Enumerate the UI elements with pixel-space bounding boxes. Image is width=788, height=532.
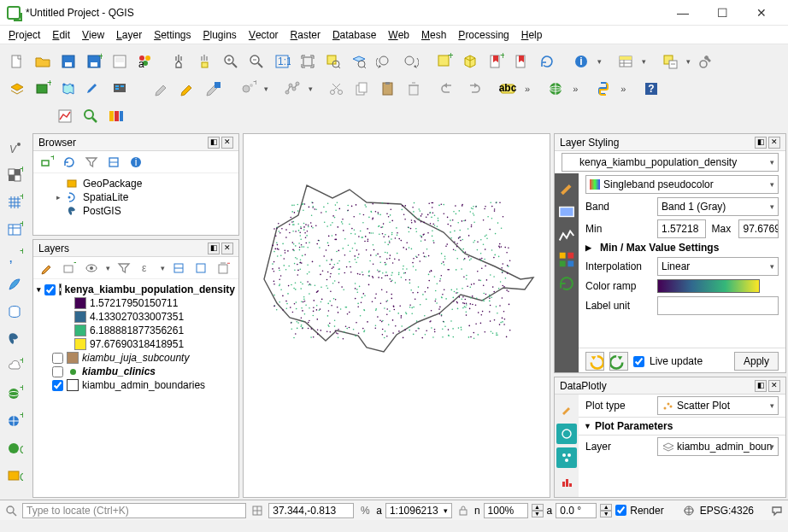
raster-class[interactable]: 6.188881877356261 xyxy=(37,324,235,337)
menu-settings[interactable]: Settings xyxy=(154,29,191,41)
open-data-source-button[interactable] xyxy=(5,77,29,101)
web-button[interactable] xyxy=(544,77,567,101)
layer-kenya_kiambu_population_density[interactable]: ▾ kenya_kiambu_population_density xyxy=(37,283,235,296)
save-project-as-button[interactable]: + xyxy=(82,50,106,73)
copy-features-button[interactable] xyxy=(350,77,374,101)
menu-view[interactable]: View xyxy=(82,29,104,41)
layer-kiambu_admin_boundaries[interactable]: kiambu_admin_boundaries xyxy=(37,378,235,392)
vertex-tool-button[interactable] xyxy=(280,77,304,101)
layer-styling-close-button[interactable]: ✕ xyxy=(768,137,780,149)
menu-help[interactable]: Help xyxy=(521,29,543,41)
toolbar-overflow-button[interactable]: » xyxy=(521,84,533,94)
render-checkbox[interactable] xyxy=(615,505,626,516)
dropdown-arrow[interactable]: ▾ xyxy=(684,57,692,66)
raster-class[interactable]: 97.67690318418951 xyxy=(37,337,235,351)
interpolation-combo[interactable]: Linear▾ xyxy=(657,257,779,276)
add-raster-button[interactable]: + xyxy=(2,162,27,188)
stats-icon-button[interactable] xyxy=(53,104,77,128)
histogram-tab[interactable] xyxy=(557,226,576,245)
new-spatialite-button[interactable] xyxy=(82,77,106,101)
new-shapefile-button[interactable] xyxy=(56,77,80,101)
layer-visibility-checkbox[interactable] xyxy=(52,353,63,364)
pan-to-selection-button[interactable] xyxy=(193,50,217,73)
coord-toggle-button[interactable] xyxy=(250,503,265,518)
new-virtual-button[interactable] xyxy=(108,77,132,101)
dropdown-arrow[interactable]: ▾ xyxy=(639,57,648,66)
new-3d-map-button[interactable] xyxy=(458,50,482,73)
geopackage-q-button[interactable]: Q xyxy=(2,463,27,488)
magnifier-input[interactable]: 100% xyxy=(484,503,528,518)
identify-button[interactable]: i xyxy=(569,50,593,73)
layer-visibility-checkbox[interactable] xyxy=(44,284,56,295)
new-project-button[interactable] xyxy=(5,50,29,73)
menu-layer[interactable]: Layer xyxy=(116,29,142,41)
plot-parameters-header[interactable]: ▼Plot Parameters xyxy=(579,417,785,436)
layers-add-group-button[interactable]: + xyxy=(59,258,79,278)
browser-properties-button[interactable]: i xyxy=(126,152,146,172)
browser-refresh-button[interactable] xyxy=(59,152,79,172)
magnifier-spinner[interactable]: ▲▼ xyxy=(532,504,544,517)
bookmarks-button[interactable] xyxy=(509,50,533,73)
feather-button[interactable] xyxy=(2,272,27,297)
new-map-view-button[interactable]: + xyxy=(432,50,456,73)
crs-label[interactable]: EPSG:4326 xyxy=(700,505,754,517)
new-geopackage-button[interactable]: + xyxy=(31,77,55,101)
menu-plugins[interactable]: Plugins xyxy=(203,29,237,41)
menu-web[interactable]: Web xyxy=(388,29,409,41)
plot-type-combo[interactable]: Scatter Plot ▾ xyxy=(657,396,779,415)
menu-processing[interactable]: Processing xyxy=(458,29,509,41)
undo-style-button[interactable] xyxy=(585,352,604,371)
menu-vector[interactable]: Vector xyxy=(249,29,279,41)
layers-remove-button[interactable]: − xyxy=(213,258,233,278)
refresh-button[interactable] xyxy=(535,50,559,73)
layers-filter-button[interactable] xyxy=(114,258,134,278)
rendering-tab[interactable] xyxy=(557,250,576,269)
comma-button[interactable]: ,+ xyxy=(2,244,27,270)
browser-item-spatialite[interactable]: ▸SpatiaLite xyxy=(38,190,233,204)
band-combo[interactable]: Band 1 (Gray)▾ xyxy=(657,197,779,216)
layers-close-button[interactable]: ✕ xyxy=(221,243,233,254)
undo-button[interactable] xyxy=(436,77,460,101)
toolbar-overflow-button[interactable]: » xyxy=(569,84,581,94)
menu-project[interactable]: Project xyxy=(9,29,40,41)
minimize-button[interactable]: — xyxy=(663,0,703,26)
add-delimited-button[interactable]: + xyxy=(2,217,27,243)
dp-config-tab[interactable] xyxy=(556,447,577,468)
layers-style-button[interactable] xyxy=(37,258,57,278)
vector-v-button[interactable]: V xyxy=(2,135,27,161)
dropdown-arrow[interactable]: ▾ xyxy=(262,85,270,93)
live-update-checkbox[interactable] xyxy=(633,356,644,367)
zoom-full-button[interactable] xyxy=(296,50,320,73)
label-unit-input[interactable] xyxy=(657,296,779,315)
layer-visibility-checkbox[interactable] xyxy=(52,366,63,377)
browser-undock-button[interactable]: ◧ xyxy=(208,137,220,149)
browser-item-geopackage[interactable]: GeoPackage xyxy=(38,177,233,190)
dp-plot-tab[interactable] xyxy=(556,424,577,444)
layers-undock-button[interactable]: ◧ xyxy=(208,243,220,254)
zoom-last-button[interactable] xyxy=(373,50,397,73)
crs-icon[interactable] xyxy=(681,503,697,518)
zoom-selection-button[interactable] xyxy=(321,50,345,73)
browser-filter-button[interactable] xyxy=(81,152,102,172)
layer-styling-target-combo[interactable]: kenya_kiambu_population_density ▾ xyxy=(562,153,779,172)
multi-color-icon-button[interactable] xyxy=(104,104,128,128)
rotation-input[interactable]: 0.0 ° xyxy=(556,503,597,518)
zoom-next-button[interactable] xyxy=(398,50,422,73)
locator-input[interactable]: Type to locate (Ctrl+K) xyxy=(22,503,246,518)
zoom-in-button[interactable] xyxy=(219,50,243,73)
zoom-out-button[interactable] xyxy=(244,50,268,73)
layers-collapse-button[interactable] xyxy=(191,258,211,278)
cloud-plus-button[interactable]: + xyxy=(2,354,27,379)
layer-kiambu_clinics[interactable]: kiambu_clinics xyxy=(37,365,235,378)
add-mesh-button[interactable]: + xyxy=(2,190,27,215)
close-button[interactable]: ✕ xyxy=(742,0,781,26)
renderer-combo[interactable]: Singleband pseudocolor ▾ xyxy=(585,175,779,194)
zoom-native-button[interactable]: 1:1 xyxy=(270,50,294,73)
menu-mesh[interactable]: Mesh xyxy=(421,29,446,41)
symbology-tab[interactable] xyxy=(557,178,576,197)
open-attribute-table-button[interactable] xyxy=(614,50,638,73)
layers-expression-button[interactable]: ε xyxy=(136,258,156,278)
delete-selected-button[interactable] xyxy=(402,77,426,101)
zoom-layer-button[interactable] xyxy=(347,50,371,73)
open-project-button[interactable] xyxy=(31,50,55,73)
